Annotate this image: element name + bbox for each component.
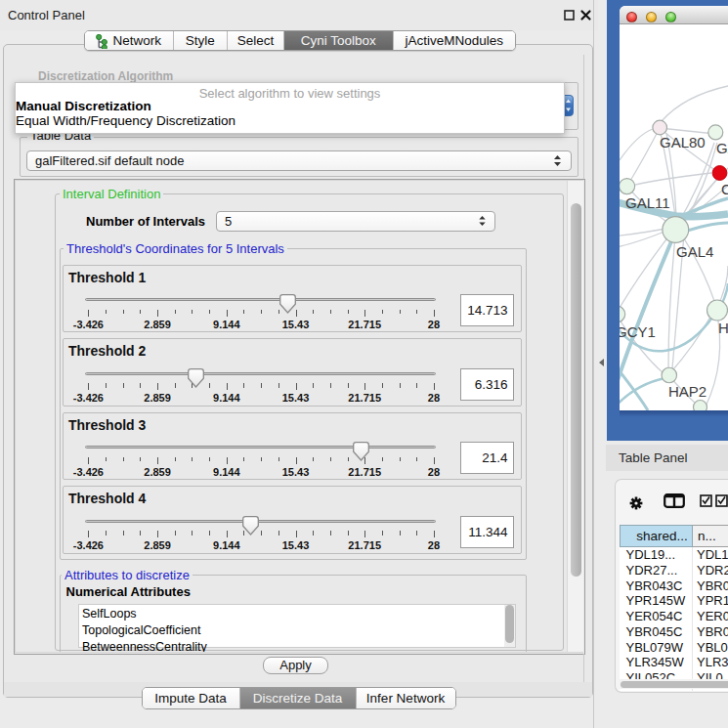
svg-text:GAL4: GAL4 — [676, 243, 713, 260]
svg-text:GAL80: GAL80 — [660, 134, 706, 150]
svg-text:GCY1: GCY1 — [620, 323, 656, 340]
svg-text:GA: GA — [716, 140, 728, 156]
svg-text:C: C — [721, 181, 728, 197]
svg-text:H: H — [718, 320, 728, 336]
svg-text:HAP2: HAP2 — [668, 383, 707, 400]
svg-text:GAL11: GAL11 — [625, 194, 670, 211]
